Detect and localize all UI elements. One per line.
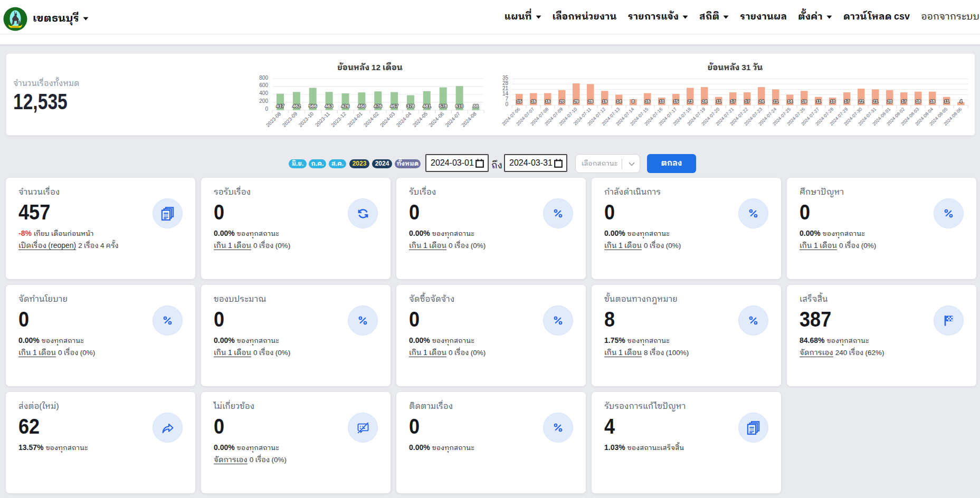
svg-text:21: 21 [873, 99, 878, 104]
svg-text:417: 417 [276, 103, 284, 109]
svg-text:462: 462 [292, 103, 300, 109]
svg-text:16: 16 [645, 99, 650, 104]
svg-text:2024-06: 2024-06 [427, 111, 445, 128]
svg-text:2023-09: 2023-09 [281, 111, 299, 128]
svg-text:ย้อนหลัง 31 วัน: ย้อนหลัง 31 วัน [708, 61, 763, 74]
svg-text:200: 200 [259, 98, 268, 104]
svg-text:8: 8 [632, 99, 634, 104]
svg-text:19: 19 [802, 99, 807, 104]
svg-text:2024-03: 2024-03 [379, 111, 396, 128]
svg-text:2024-04: 2024-04 [395, 110, 413, 128]
svg-text:2024-01: 2024-01 [346, 111, 364, 128]
svg-text:21: 21 [773, 99, 778, 104]
svg-text:14: 14 [616, 99, 622, 104]
svg-text:2024-07: 2024-07 [444, 111, 461, 128]
svg-text:426: 426 [341, 103, 349, 109]
svg-text:10: 10 [830, 99, 835, 104]
svg-text:2024-08: 2024-08 [460, 111, 478, 128]
svg-text:0: 0 [505, 101, 508, 107]
svg-text:14: 14 [787, 99, 793, 104]
svg-text:610: 610 [455, 103, 463, 109]
svg-text:20: 20 [887, 99, 892, 104]
svg-text:2023-10: 2023-10 [297, 111, 315, 128]
svg-text:11: 11 [944, 99, 949, 104]
svg-text:28: 28 [588, 99, 593, 104]
svg-text:17: 17 [901, 99, 907, 104]
svg-text:4: 4 [959, 99, 962, 104]
svg-text:600: 600 [259, 82, 268, 88]
svg-text:24: 24 [759, 99, 764, 104]
svg-text:2024-02: 2024-02 [363, 111, 380, 128]
svg-text:457: 457 [391, 103, 398, 109]
svg-text:19: 19 [602, 99, 607, 104]
svg-text:566: 566 [309, 103, 317, 109]
svg-text:476: 476 [374, 103, 382, 109]
svg-text:2023-12: 2023-12 [330, 111, 347, 128]
svg-text:20: 20 [559, 99, 565, 104]
svg-text:23: 23 [688, 99, 693, 104]
svg-text:2024-05: 2024-05 [412, 111, 429, 128]
svg-text:17: 17 [745, 99, 750, 104]
svg-text:15: 15 [517, 99, 522, 104]
svg-text:0: 0 [265, 106, 268, 112]
svg-text:16: 16 [545, 99, 550, 104]
svg-text:2023-08: 2023-08 [265, 111, 282, 128]
svg-text:88: 88 [473, 103, 478, 109]
svg-text:11: 11 [716, 99, 721, 104]
svg-text:481: 481 [423, 103, 431, 109]
svg-text:10: 10 [659, 99, 664, 104]
svg-text:450: 450 [358, 103, 366, 109]
svg-text:24: 24 [702, 99, 707, 104]
svg-text:16: 16 [531, 99, 536, 104]
svg-text:463: 463 [325, 103, 333, 109]
svg-text:15: 15 [673, 99, 679, 104]
svg-text:800: 800 [259, 75, 268, 81]
svg-text:17: 17 [844, 99, 850, 104]
svg-text:17: 17 [730, 99, 736, 104]
svg-text:18: 18 [930, 99, 935, 104]
svg-text:22: 22 [859, 99, 864, 104]
svg-text:2023-11: 2023-11 [314, 111, 331, 128]
svg-text:400: 400 [259, 90, 268, 96]
svg-text:ย้อนหลัง 12 เดือน: ย้อนหลัง 12 เดือน [337, 61, 403, 74]
svg-text:378: 378 [406, 103, 414, 109]
svg-text:578: 578 [439, 103, 447, 109]
svg-text:18: 18 [916, 99, 921, 104]
svg-text:29: 29 [574, 99, 579, 104]
svg-text:11: 11 [816, 99, 821, 104]
